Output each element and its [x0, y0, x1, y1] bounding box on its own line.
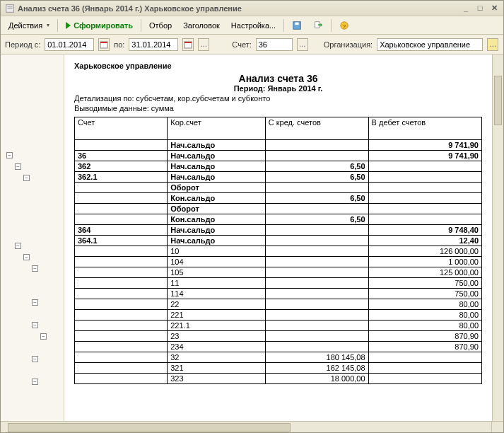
- help-button[interactable]: ?: [334, 18, 354, 33]
- report-period: Период: Январь 2014 г.: [74, 84, 482, 93]
- table-row: 10126 000,00: [75, 246, 482, 257]
- titlebar: Анализ счета 36 (Январь 2014 г.) Харьков…: [1, 1, 503, 16]
- save-icon-button[interactable]: [287, 18, 307, 33]
- period-picker[interactable]: …: [198, 38, 209, 51]
- close-button[interactable]: ✕: [489, 4, 499, 13]
- report-table: Счет Кор.счет С кред. счетов В дебет сче…: [74, 117, 482, 384]
- col-cor-account: Кор.счет: [168, 117, 266, 140]
- table-row: Кон.сальдо6,50: [75, 214, 482, 225]
- svg-rect-4: [295, 22, 299, 25]
- horizontal-scrollbar[interactable]: [1, 422, 492, 433]
- svg-text:?: ?: [343, 23, 346, 29]
- table-row: 114750,00: [75, 289, 482, 299]
- tree-node[interactable]: −: [32, 356, 38, 362]
- tree-node[interactable]: −: [32, 265, 38, 272]
- filter-button[interactable]: Отбор: [144, 19, 177, 32]
- account-label: Счет:: [232, 40, 251, 49]
- app-icon: [5, 4, 15, 13]
- vertical-scrollbar[interactable]: [492, 54, 503, 421]
- calendar-icon: [184, 40, 192, 49]
- report-org: Харьковское управление: [74, 62, 482, 70]
- params-bar: Период с: 01.01.2014 по: 31.01.2014 … Сч…: [1, 35, 503, 54]
- calendar-icon: [100, 40, 108, 49]
- col-debit: В дебет счетов: [368, 117, 481, 140]
- account-input[interactable]: 36: [256, 38, 293, 51]
- tree-node[interactable]: −: [6, 152, 13, 158]
- report-output: Выводимые данные: сумма: [74, 104, 482, 112]
- table-row: 11750,00: [75, 278, 482, 289]
- table-row: 23870,90: [75, 331, 482, 342]
- scrollbar-thumb[interactable]: [8, 423, 291, 432]
- help-icon: ?: [339, 21, 349, 30]
- tree-node[interactable]: −: [32, 322, 38, 328]
- date-from-picker[interactable]: [98, 38, 110, 51]
- maximize-button[interactable]: □: [475, 4, 485, 13]
- date-to-input[interactable]: 31.01.2014: [129, 38, 178, 51]
- export-icon-button[interactable]: [308, 18, 328, 33]
- scrollbar-thumb[interactable]: [494, 76, 502, 125]
- toolbar: Действия▾ Сформировать Отбор Заголовок Н…: [1, 16, 503, 35]
- table-row: 364Нач.сальдо9 748,40: [75, 225, 482, 236]
- play-icon: [66, 22, 71, 29]
- account-picker[interactable]: …: [297, 38, 308, 51]
- table-row: 2280,00: [75, 299, 482, 310]
- minimize-button[interactable]: _: [461, 4, 471, 13]
- period-from-label: Период с:: [5, 40, 40, 49]
- tree-node[interactable]: −: [32, 299, 38, 306]
- tree-node[interactable]: −: [40, 333, 47, 340]
- svg-rect-9: [100, 42, 107, 43]
- chevron-down-icon: ▾: [47, 22, 49, 28]
- table-row: 362.1Нач.сальдо6,50: [75, 172, 482, 183]
- resize-grip[interactable]: [492, 422, 503, 433]
- table-row: 22180,00: [75, 310, 482, 321]
- table-row: Кон.сальдо6,50: [75, 193, 482, 204]
- window-title: Анализ счета 36 (Январь 2014 г.) Харьков…: [18, 4, 461, 13]
- export-icon: [313, 21, 323, 30]
- report-title: Анализ счета 36: [74, 73, 482, 84]
- actions-menu[interactable]: Действия▾: [4, 19, 54, 32]
- report-detail: Детализация по: субсчетам, кор.субсчетам…: [74, 94, 482, 103]
- org-picker[interactable]: …: [487, 38, 498, 51]
- date-from-input[interactable]: 01.01.2014: [45, 38, 94, 51]
- report-area: − − − − − − − − − − − Харьковское управл…: [1, 54, 503, 421]
- table-row: 362Нач.сальдо6,50: [75, 161, 482, 172]
- tree-node[interactable]: −: [32, 379, 38, 385]
- outline-gutter[interactable]: − − − − − − − − − − −: [1, 54, 64, 421]
- settings-button[interactable]: Настройка...: [226, 19, 281, 32]
- table-row: 221.180,00: [75, 321, 482, 331]
- tree-node[interactable]: −: [15, 243, 21, 249]
- table-row: 32180 145,08: [75, 352, 482, 363]
- table-row: Нач.сальдо9 741,90: [75, 140, 482, 151]
- tree-node[interactable]: −: [23, 175, 30, 181]
- org-input[interactable]: Харьковское управление: [377, 38, 483, 51]
- date-to-picker[interactable]: [182, 38, 194, 51]
- table-row: Оборот: [75, 183, 482, 193]
- save-icon: [292, 21, 302, 30]
- table-row: 36Нач.сальдо9 741,90: [75, 151, 482, 161]
- table-row: 1041 000,00: [75, 257, 482, 267]
- col-account: Счет: [75, 117, 168, 140]
- table-row: 321162 145,08: [75, 363, 482, 374]
- table-row: 105125 000,00: [75, 267, 482, 278]
- tree-node[interactable]: −: [15, 163, 21, 170]
- run-button[interactable]: Сформировать: [61, 19, 138, 32]
- statusbar: [1, 421, 503, 433]
- header-button[interactable]: Заголовок: [178, 19, 225, 32]
- svg-rect-2: [8, 8, 13, 9]
- table-row: 234870,90: [75, 342, 482, 352]
- col-credit: С кред. счетов: [265, 117, 368, 140]
- table-row: 364.1Нач.сальдо12,40: [75, 236, 482, 246]
- tree-node[interactable]: −: [23, 254, 30, 260]
- org-label: Организация:: [324, 40, 373, 49]
- svg-rect-11: [184, 42, 192, 43]
- table-row: Оборот: [75, 204, 482, 214]
- table-row: 32318 000,00: [75, 374, 482, 384]
- svg-rect-1: [8, 6, 13, 7]
- report-body: Харьковское управление Анализ счета 36 П…: [64, 54, 492, 421]
- period-to-label: по:: [114, 40, 124, 49]
- table-header-row: Счет Кор.счет С кред. счетов В дебет сче…: [75, 117, 482, 140]
